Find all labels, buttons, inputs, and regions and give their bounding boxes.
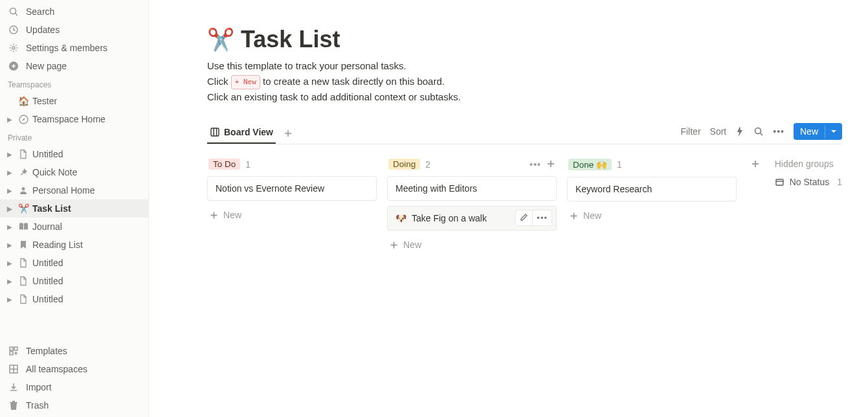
chevron-right-icon[interactable]: ▶ [5,239,14,251]
page-task-list[interactable]: ▶✂️Task List [0,199,148,218]
templates-icon [8,345,19,357]
teamspace-tester[interactable]: 🏠Tester [0,92,148,110]
card[interactable]: Notion vs Evernote Review [207,176,377,201]
tree-label: Untitled [32,294,63,304]
nav-label: All teamspaces [26,364,87,374]
card-title: Notion vs Evernote Review [216,183,324,194]
edit-icon[interactable] [516,210,532,225]
tree-label: Reading List [32,240,83,250]
column-header[interactable]: Done 🙌1 [567,156,737,177]
new-button-label: New [794,123,825,140]
chevron-right-icon[interactable]: ▶ [5,203,14,214]
add-view-button[interactable] [280,125,296,142]
tree-label: Personal Home [32,185,95,196]
hidden-group-count: 1 [837,177,842,187]
column-new-button[interactable]: New [387,236,557,254]
hidden-group-row[interactable]: No Status1 [775,177,842,187]
page-icon: 🏠 [17,95,30,107]
card-emoji: 🐶 [395,213,406,223]
page-icon: ✂️ [17,202,30,215]
teamspaces-section-label: Teamspaces [0,75,148,92]
tree-label: Teamspace Home [32,114,106,124]
column-new-label: New [403,240,421,250]
page-untitled[interactable]: ▶Untitled [0,254,148,272]
download-icon [8,381,19,393]
page-personal-home[interactable]: ▶Personal Home [0,181,148,199]
nav-label: Settings & members [26,43,107,53]
page-reading-list[interactable]: ▶Reading List [0,236,148,254]
page-description[interactable]: Use this template to track your personal… [207,58,842,105]
column-count: 1 [617,159,622,170]
sidebar: SearchUpdatesSettings & membersNew page … [0,0,149,417]
view-tab-board[interactable]: Board View [207,123,276,144]
card-more-icon[interactable]: ••• [532,210,551,225]
column-new-label: New [223,210,241,220]
chevron-right-icon[interactable]: ▶ [5,257,14,269]
card[interactable]: Keyword Research [567,177,737,201]
chevron-right-icon[interactable]: ▶ [5,221,14,232]
svg-point-18 [755,128,761,134]
column-header[interactable]: Doing2••• [387,156,557,176]
chevron-right-icon[interactable]: ▶ [5,275,14,287]
nav-label: Search [26,6,54,17]
page-title[interactable]: Task List [241,26,340,53]
no-status-icon [775,177,785,187]
chevron-right-icon[interactable]: ▶ [5,185,14,196]
page-journal[interactable]: ▶Journal [0,218,148,236]
page-quick-note[interactable]: ▶Quick Note [0,163,148,181]
nav-search[interactable]: Search [0,3,148,21]
teamspace-teamspace-home[interactable]: ▶Teamspace Home [0,110,148,128]
nav-import[interactable]: Import [0,378,148,396]
page-desc-line1: Use this template to track your personal… [207,58,842,74]
svg-rect-7 [10,347,13,350]
nav-label: Trash [26,400,49,411]
chevron-right-icon[interactable]: ▶ [5,166,14,178]
nav-templates[interactable]: Templates [0,342,148,360]
kanban-board: To Do1Notion vs Evernote ReviewNewDoing2… [207,156,842,254]
hidden-groups-header[interactable]: Hidden groups [775,156,842,177]
page-untitled[interactable]: ▶Untitled [0,290,148,308]
nav-all-teamspaces[interactable]: All teamspaces [0,360,148,378]
card[interactable]: Meeting with Editors [387,176,557,201]
card[interactable]: 🐶Take Fig on a walk••• [387,206,557,231]
column-more-icon[interactable]: ••• [529,159,541,170]
chevron-right-icon[interactable]: ▶ [5,113,14,125]
main-content: ✂️ Task List Use this template to track … [149,0,868,417]
card-title: Keyword Research [575,184,652,194]
tree-label: Untitled [32,276,63,286]
trash-icon [8,400,19,411]
nav-updates[interactable]: Updates [0,21,148,39]
nav-new-page[interactable]: New page [0,57,148,75]
nav-settings-members[interactable]: Settings & members [0,39,148,57]
board-icon [210,127,220,137]
page-icon [17,220,30,233]
page-emoji[interactable]: ✂️ [207,27,234,52]
page-untitled[interactable]: ▶Untitled [0,145,148,163]
column-tag: To Do [208,159,240,170]
svg-point-3 [12,47,15,49]
card-title: Meeting with Editors [395,183,477,194]
column-add-icon[interactable] [546,159,555,170]
chevron-right-icon[interactable]: ▶ [5,148,14,160]
hidden-groups: Hidden groupsNo Status1 [775,156,842,187]
new-button-dropdown[interactable] [825,125,842,138]
chevron-right-icon[interactable]: ▶ [5,293,14,305]
add-group-button[interactable] [747,156,764,169]
svg-rect-8 [14,347,17,350]
page-icon [17,166,30,179]
column-new-button[interactable]: New [207,206,377,224]
column-new-button[interactable]: New [567,207,737,225]
new-button[interactable]: New [794,123,842,140]
column-tag: Done 🙌 [568,159,612,170]
nav-label: Templates [26,346,67,356]
filter-button[interactable]: Filter [680,126,700,137]
more-db-button[interactable]: ••• [773,126,785,137]
automations-button[interactable] [735,126,744,137]
sort-button[interactable]: Sort [710,126,727,137]
column-done-: Done 🙌1Keyword ResearchNew [567,156,737,225]
nav-trash[interactable]: Trash [0,396,148,414]
search-db-button[interactable] [753,126,764,137]
page-untitled[interactable]: ▶Untitled [0,272,148,290]
nav-label: Updates [26,25,60,35]
column-header[interactable]: To Do1 [207,156,377,176]
